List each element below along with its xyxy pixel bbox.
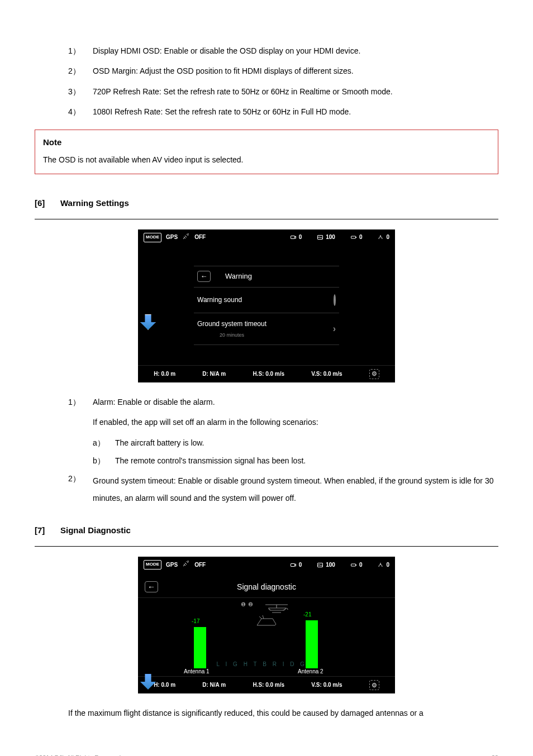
diag-header: ← Signal diagnostic xyxy=(138,576,395,598)
antenna-bar-2 xyxy=(306,620,318,668)
row-sublabel: 20 minutes xyxy=(197,331,266,339)
diag-body: ❶ ❷ L I G H T B R I D G E -17 xyxy=(138,598,395,676)
section-divider xyxy=(35,219,498,219)
sub-item: a） The aircraft battery is low. xyxy=(93,437,498,449)
toggle-off-icon[interactable] xyxy=(334,293,336,308)
hd-icon: 0 xyxy=(289,233,302,242)
rc-icon: 0 xyxy=(377,561,389,570)
list-item: 4） 1080I Refresh Rate: Set the refresh r… xyxy=(35,106,498,118)
list-text: Alarm: Enable or disable the alarm. xyxy=(93,396,498,408)
section-title: Warning Settings xyxy=(60,197,129,210)
off-label: OFF xyxy=(194,233,206,242)
screenshot-bottom-bar: H: 0.0 m D: N/A m H.S: 0.0 m/s V.S: 0.0 … xyxy=(138,676,395,693)
sub-item: b） The remote control's transmission sig… xyxy=(93,454,498,467)
panel-header: ← Warning xyxy=(194,266,339,287)
screenshot-top-bar: MODE GPS OFF 0 100 0 xyxy=(138,557,395,573)
note-box: Note The OSD is not available when AV vi… xyxy=(35,130,498,174)
telemetry-hs: H.S: 0.0 m/s xyxy=(253,681,284,690)
section-title: Signal Diagnostic xyxy=(60,524,131,537)
arrow-marker-icon xyxy=(140,314,156,330)
svg-rect-2 xyxy=(351,236,355,238)
list-item: 3） 720P Refresh Rate: Set the refresh ra… xyxy=(35,85,498,98)
row-label-wrap: Ground system timeout 20 minutes xyxy=(197,319,266,339)
antenna-label-1: Antenna 1 xyxy=(184,667,210,676)
list-text: 1080I Refresh Rate: Set the refresh rate… xyxy=(93,106,498,118)
sub-text: The remote control's transmission signal… xyxy=(115,454,306,467)
list-item: 1） Alarm: Enable or disable the alarm. xyxy=(35,396,498,408)
svg-rect-0 xyxy=(291,236,294,239)
image-icon: 100 xyxy=(316,233,335,242)
antenna-value-1: -17 xyxy=(192,617,199,626)
warning-list: 1） Alarm: Enable or disable the alarm. I… xyxy=(35,396,498,507)
list-text: Ground system timeout: Enable or disable… xyxy=(93,472,498,507)
satellite-icon xyxy=(182,233,190,242)
mode-pill: MODE xyxy=(144,233,161,242)
row-label: Ground system timeout xyxy=(197,319,266,329)
stat-value: 0 xyxy=(299,233,302,242)
panel-title: Warning xyxy=(225,271,252,283)
telemetry-h: H: 0.0 m xyxy=(154,681,175,690)
stat-value: 100 xyxy=(326,561,335,570)
stat-value: 100 xyxy=(326,233,335,242)
rc-icon: 0 xyxy=(377,233,389,242)
list-text: Display HDMI OSD: Enable or disable the … xyxy=(93,45,498,57)
back-button[interactable]: ← xyxy=(197,271,211,282)
stat-value: 0 xyxy=(359,233,363,242)
num-badge-1-icon: ❶ xyxy=(241,600,246,619)
page-footer: ©2014 DJI. All Rights Reserved. 33 xyxy=(35,753,498,756)
note-body: The OSD is not available when AV video i… xyxy=(43,154,490,166)
hd-icon: 0 xyxy=(289,561,302,570)
stat-value: 0 xyxy=(386,233,389,242)
warning-screenshot-wrap: MODE GPS OFF 0 100 0 xyxy=(35,229,498,382)
screenshot-bottom-bar: H: 0.0 m D: N/A m H.S: 0.0 m/s V.S: 0.0 … xyxy=(138,365,395,382)
warning-screenshot: MODE GPS OFF 0 100 0 xyxy=(138,229,395,382)
screenshot-top-bar: MODE GPS OFF 0 100 0 xyxy=(138,229,395,246)
paragraph: If enabled, the app will set off an alar… xyxy=(35,416,498,428)
diag-title: Signal diagnostic xyxy=(158,581,375,593)
telemetry-vs: V.S: 0.0 m/s xyxy=(311,681,342,690)
telemetry-h: H: 0.0 m xyxy=(154,370,175,379)
back-button[interactable]: ← xyxy=(145,581,158,592)
warning-sound-row[interactable]: Warning sound xyxy=(194,287,339,313)
list-marker: 1） xyxy=(68,396,93,408)
signal-paragraph: If the maximum flight distance is signif… xyxy=(35,707,498,719)
list-text: OSD Margin: Adjust the OSD position to f… xyxy=(93,65,498,77)
battery-icon: 0 xyxy=(350,233,363,242)
antenna-label-2: Antenna 2 xyxy=(298,667,323,676)
ground-timeout-row[interactable]: Ground system timeout 20 minutes › xyxy=(194,313,339,345)
gear-icon[interactable]: ⚙ xyxy=(369,680,379,690)
telemetry-vs: V.S: 0.0 m/s xyxy=(311,370,342,379)
sub-marker: b） xyxy=(93,454,115,467)
sub-list: a） The aircraft battery is low. b） The r… xyxy=(35,437,498,467)
list-item: 2） Ground system timeout: Enable or disa… xyxy=(35,472,498,507)
stat-value: 0 xyxy=(299,561,302,570)
gps-label: GPS xyxy=(166,233,178,242)
image-icon: 100 xyxy=(316,561,335,570)
satellite-icon xyxy=(182,560,190,570)
list-item: 2） OSD Margin: Adjust the OSD position t… xyxy=(35,65,498,77)
stat-value: 0 xyxy=(359,561,363,570)
section-heading-6: [6] Warning Settings xyxy=(35,197,498,210)
ground-unit-icon xyxy=(138,614,395,632)
signal-diag-panel: ← Signal diagnostic ❶ ❷ xyxy=(138,573,395,676)
list-marker: 3） xyxy=(68,85,93,98)
signal-screenshot: MODE GPS OFF 0 100 0 xyxy=(138,557,395,693)
signal-screenshot-wrap: MODE GPS OFF 0 100 0 xyxy=(35,557,498,693)
top-numbered-list: 1） Display HDMI OSD: Enable or disable t… xyxy=(35,45,498,118)
top-right-stats: 0 100 0 0 xyxy=(289,561,389,570)
mode-pill: MODE xyxy=(144,560,161,570)
section-heading-7: [7] Signal Diagnostic xyxy=(35,524,498,537)
telemetry-d: D: N/A m xyxy=(202,681,226,690)
telemetry-hs: H.S: 0.0 m/s xyxy=(253,370,284,379)
list-marker: 2） xyxy=(68,472,93,507)
section-number: [6] xyxy=(35,197,60,210)
list-item: 1） Display HDMI OSD: Enable or disable t… xyxy=(35,45,498,57)
num-badge-2-icon: ❷ xyxy=(248,600,253,619)
list-marker: 4） xyxy=(68,106,93,118)
gear-icon[interactable]: ⚙ xyxy=(369,369,379,379)
svg-rect-3 xyxy=(291,563,294,566)
antenna-value-2: -21 xyxy=(303,610,311,619)
section-number: [7] xyxy=(35,524,60,537)
antenna-bar-1 xyxy=(194,627,206,668)
list-text: 720P Refresh Rate: Set the refresh rate … xyxy=(93,85,498,98)
